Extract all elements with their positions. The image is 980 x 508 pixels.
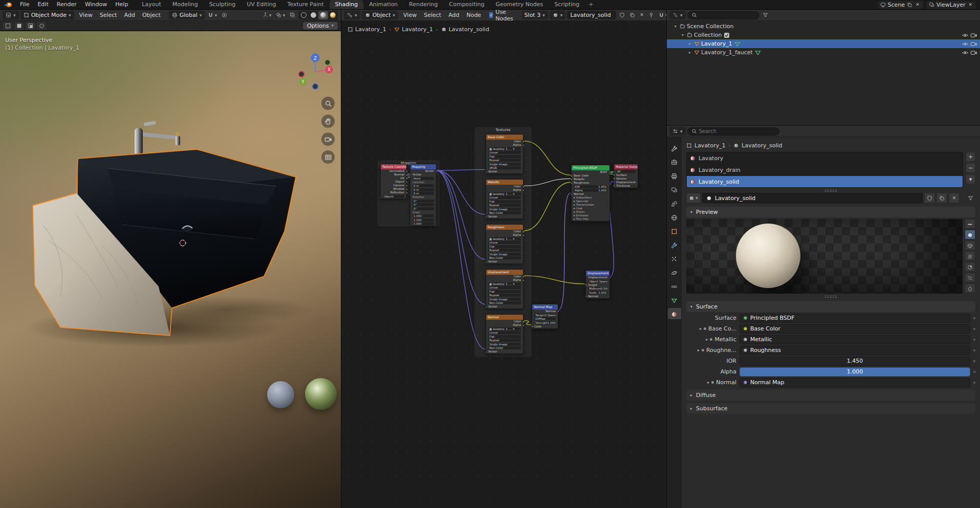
remove-slot-button[interactable]: −	[966, 163, 975, 173]
tab-texture-paint[interactable]: Texture Paint	[282, 0, 330, 9]
viewport-menu-view[interactable]: View	[76, 10, 96, 21]
editor-type-button[interactable]: ▼	[669, 127, 686, 136]
outliner-row-scene-collection[interactable]: ▾Scene Collection	[667, 22, 980, 31]
material-slot-lavatory-drain[interactable]: Lavatory_drain	[687, 164, 963, 176]
node-row[interactable]: 0 m	[410, 188, 436, 192]
menu-file[interactable]: File	[16, 0, 33, 9]
show-gizmo-button[interactable]: ▼	[261, 11, 273, 19]
preview-type-sphere[interactable]	[965, 230, 975, 239]
grid-toggle-icon[interactable]	[321, 150, 335, 164]
proportional-editing-button[interactable]	[220, 11, 229, 19]
properties-tab-world[interactable]	[668, 211, 681, 223]
tool-settings-icon[interactable]	[37, 22, 46, 30]
preview-type-cloth[interactable]	[965, 273, 975, 282]
viewlayer-selector[interactable]: ViewLayer ✕	[926, 1, 976, 9]
value-slider[interactable]: 1.000	[739, 367, 970, 377]
node-metallic[interactable]: MetallicColorAlpha▦ lavatory_1_... ✕Line…	[486, 179, 524, 219]
preview-type-flat[interactable]	[965, 219, 975, 229]
hdri-preview-ball[interactable]	[305, 378, 337, 410]
outliner-row-lavatory-1-faucet[interactable]: ▸Lavatory_1_faucet	[667, 48, 980, 57]
decorator-dot-icon[interactable]	[973, 360, 975, 362]
decorator-dot-icon[interactable]	[973, 317, 975, 319]
shader-menu-add[interactable]: Add	[445, 10, 463, 21]
properties-tab-material[interactable]	[668, 308, 681, 319]
mode-dropdown[interactable]: Object Mode ▼	[20, 11, 74, 19]
preview-type-hair[interactable]	[965, 251, 975, 261]
node-row[interactable]: Single Image	[486, 253, 523, 256]
hide-eye-icon[interactable]	[962, 49, 969, 56]
hide-eye-icon[interactable]	[962, 32, 969, 39]
menu-window[interactable]: Window	[81, 0, 111, 9]
node-row[interactable]: Tangent Space	[532, 314, 558, 317]
node-row[interactable]: Non-Color	[486, 256, 523, 260]
panel-subsurface[interactable]: ▸Subsurface	[686, 403, 975, 414]
node-row[interactable]: Repeat	[486, 294, 523, 297]
viewport-menu-object[interactable]: Object	[139, 10, 164, 21]
breadcrumb-item-lavatory-1-0[interactable]: Lavatory_1	[686, 142, 726, 149]
options-dropdown[interactable]: Options ▼	[303, 22, 338, 30]
node-row[interactable]: sRGB	[486, 166, 523, 170]
properties-tab-object-data[interactable]	[668, 294, 681, 305]
node-texture-coordinate[interactable]: Texture CoordinateGeneratedNormalUVObjec…	[380, 164, 407, 199]
zoom-icon[interactable]	[321, 97, 335, 110]
node-row[interactable]: 0 m	[410, 184, 436, 188]
node-row[interactable]: All	[614, 170, 638, 173]
material-slot-lavatory-solid[interactable]: Lavatory_solid	[687, 176, 963, 188]
material-name-field[interactable]: Lavatory_solid	[702, 193, 923, 203]
copy-icon[interactable]	[907, 2, 912, 8]
node-row[interactable]: Non-Color	[486, 346, 523, 350]
value-dropdown[interactable]: Metallic	[739, 335, 970, 344]
outliner-row-collection[interactable]: ▾Collection	[667, 31, 980, 39]
shading-rendered-button[interactable]	[328, 11, 338, 19]
shader-menu-select[interactable]: Select	[420, 10, 445, 21]
snap-toggle[interactable]: ▼	[206, 11, 219, 19]
decorator-dot-icon[interactable]	[973, 371, 975, 373]
node-row[interactable]: 0°	[410, 207, 436, 211]
node-row[interactable]: 1.000	[410, 218, 436, 222]
decorator-dot-icon[interactable]	[973, 339, 975, 341]
tool-settings-icon[interactable]	[3, 22, 12, 30]
copy-material-icon[interactable]	[628, 11, 637, 19]
unlink-material-icon[interactable]: ✕	[638, 11, 645, 19]
list-resize-grip[interactable]	[686, 189, 975, 192]
node-row[interactable]: IOR1.450	[572, 185, 609, 189]
preview-type-fluid[interactable]	[965, 283, 975, 293]
disable-render-icon[interactable]	[970, 32, 977, 39]
slot-specials-button[interactable]: ▾	[966, 174, 975, 184]
xray-toggle[interactable]	[288, 11, 297, 19]
overlays-button[interactable]: ▼	[274, 11, 287, 19]
node-normal-map[interactable]: Normal MapNormalTangent SpaceUVMapStreng…	[532, 304, 558, 329]
node-row[interactable]: Repeat	[486, 204, 523, 207]
editor-type-button[interactable]: ▼	[3, 11, 19, 19]
shading-solid-button[interactable]	[309, 11, 318, 19]
value-dropdown[interactable]: Base Color	[739, 324, 970, 334]
properties-tab-particles[interactable]	[668, 253, 681, 264]
exclude-checkbox-icon[interactable]	[723, 32, 730, 39]
node-row[interactable]: ▦ lavatory_1_... ✕	[486, 192, 523, 196]
pan-hand-icon[interactable]	[321, 115, 335, 128]
properties-tab-physics[interactable]	[668, 267, 681, 278]
node-row[interactable]: Linear	[486, 196, 523, 200]
node-row[interactable]: Linear	[486, 331, 523, 335]
snap-icon[interactable]: ▼	[657, 11, 666, 19]
expand-arrow-icon[interactable]: ▾	[680, 33, 685, 37]
menu-help[interactable]: Help	[111, 0, 132, 9]
tab-modeling[interactable]: Modeling	[167, 0, 204, 9]
copy-material-icon[interactable]	[937, 193, 947, 203]
node-row[interactable]: Flat	[486, 335, 523, 339]
properties-tab-output[interactable]	[668, 170, 681, 181]
node-row[interactable]: Single Image	[486, 343, 523, 346]
node-row[interactable]: Strength1.000	[532, 321, 558, 325]
value-dropdown[interactable]: Roughness	[739, 346, 970, 355]
node-row[interactable]: Single Image	[486, 298, 523, 301]
node-row[interactable]: 0°	[410, 200, 436, 203]
node-row[interactable]: Flat	[486, 155, 523, 159]
properties-tab-object[interactable]	[668, 225, 681, 236]
filter-funnel-icon[interactable]	[761, 11, 770, 19]
node-row[interactable]: 0 m	[410, 192, 436, 195]
material-name-field[interactable]: Lavatory_solid	[567, 11, 616, 19]
tab-shading[interactable]: Shading	[330, 0, 364, 9]
shading-wireframe-button[interactable]	[299, 11, 309, 19]
decorator-dot-icon[interactable]	[973, 382, 975, 384]
expand-arrow-icon[interactable]: ▸	[687, 50, 692, 55]
